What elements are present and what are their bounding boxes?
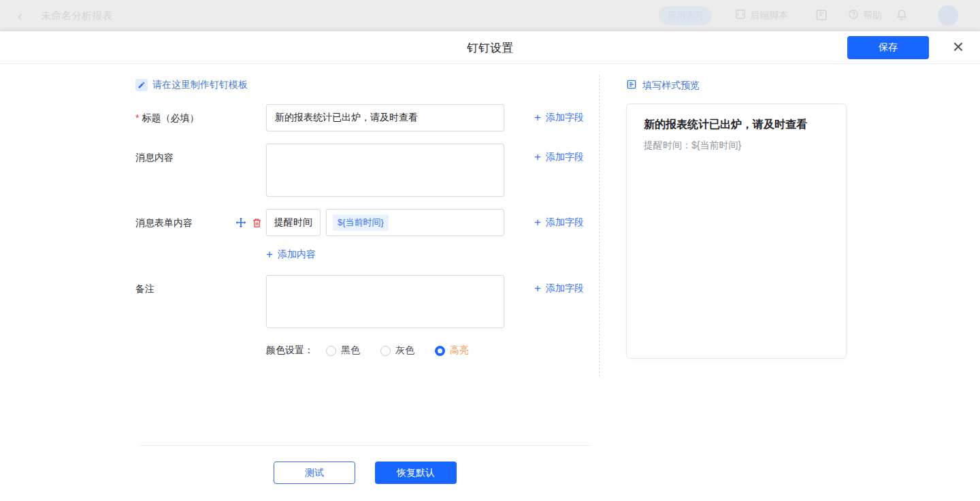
plus-icon: + (534, 283, 541, 294)
form-content-key-input[interactable] (266, 209, 321, 236)
add-field-label: 添加字段 (546, 216, 584, 229)
report-title: 未命名分析报表 (41, 10, 112, 22)
message-field-label: 消息内容 (135, 152, 174, 164)
radio-option-black[interactable]: 黑色 (326, 344, 360, 357)
radio-label: 高亮 (450, 344, 469, 357)
radio-icon (326, 346, 336, 356)
preview-header: 填写样式预览 (626, 79, 700, 92)
trash-icon[interactable] (252, 218, 262, 230)
radio-icon-selected (435, 346, 445, 356)
preview-card-title: 新的报表统计已出炉，请及时查看 (644, 118, 832, 132)
modal-title: 钉钉设置 (0, 40, 980, 56)
form-content-row-icons (235, 217, 262, 230)
help-button[interactable]: 帮助 (848, 9, 882, 22)
title-label-text: 标题（必填） (142, 112, 199, 123)
help-label: 帮助 (863, 10, 882, 22)
add-content-link[interactable]: + 添加内容 (266, 248, 316, 261)
radio-option-gray[interactable]: 灰色 (380, 344, 414, 357)
bell-icon[interactable] (896, 9, 908, 23)
add-field-label: 添加字段 (546, 112, 584, 124)
back-icon[interactable]: ‹ (18, 9, 22, 22)
document-icon (626, 79, 637, 92)
title-input[interactable] (266, 104, 504, 131)
plus-icon: + (534, 112, 541, 123)
pencil-icon (135, 79, 148, 91)
radio-icon (380, 346, 391, 356)
close-icon[interactable]: × (953, 35, 964, 59)
form-content-field-label: 消息表单内容 (135, 217, 193, 229)
preview-card-line: 提醒时间：${当前时间} (644, 140, 832, 152)
move-icon[interactable] (235, 217, 246, 230)
modal-body: 请在这里制作钉钉模板 *标题（必填） + 添加字段 消息内容 + 添加字段 消息… (0, 64, 980, 500)
modal-header: 钉钉设置 保存 × (0, 31, 980, 64)
topbar: ‹ 未命名分析报表 应用访问 后端脚本 帮助 (0, 0, 980, 31)
avatar[interactable] (938, 5, 958, 26)
restore-default-button[interactable]: 恢复默认 (375, 462, 457, 484)
form-content-value-input[interactable]: ${当前时间} (326, 209, 504, 236)
screen: ‹ 未命名分析报表 应用访问 后端脚本 帮助 (0, 0, 980, 501)
window-icon[interactable] (815, 9, 828, 23)
radio-label: 灰色 (395, 344, 414, 357)
variable-tag[interactable]: ${当前时间} (333, 214, 389, 231)
message-add-field-link[interactable]: + 添加字段 (534, 151, 584, 163)
color-setting-row: 颜色设置： 黑色 灰色 高亮 (266, 344, 489, 357)
plus-icon: + (534, 152, 541, 163)
title-add-field-link[interactable]: + 添加字段 (534, 112, 584, 124)
remark-textarea[interactable] (266, 275, 504, 328)
add-field-label: 添加字段 (546, 151, 584, 163)
message-textarea[interactable] (266, 144, 504, 197)
title-field-label: *标题（必填） (135, 112, 199, 125)
preview-card: 新的报表统计已出炉，请及时查看 提醒时间：${当前时间} (626, 103, 847, 359)
required-mark: * (135, 112, 139, 123)
dingtalk-settings-modal: 钉钉设置 保存 × 请在这里制作钉钉模板 *标题（必填） + 添加字段 消 (0, 31, 980, 501)
plus-icon: + (266, 249, 273, 260)
bottom-divider (140, 445, 591, 446)
radio-option-highlight[interactable]: 高亮 (435, 344, 469, 357)
preview-header-text: 填写样式预览 (642, 80, 700, 92)
template-hint-row: 请在这里制作钉钉模板 (135, 79, 248, 91)
template-hint-text: 请在这里制作钉钉模板 (152, 79, 248, 91)
remark-add-field-link[interactable]: + 添加字段 (534, 282, 584, 295)
question-icon (848, 9, 859, 22)
add-field-label: 添加字段 (546, 282, 584, 295)
radio-label: 黑色 (341, 344, 360, 357)
add-content-label: 添加内容 (278, 248, 316, 261)
app-access-button[interactable]: 应用访问 (659, 6, 712, 25)
backend-script-button[interactable]: 后端脚本 (735, 9, 788, 22)
backend-script-label: 后端脚本 (750, 10, 788, 22)
test-button[interactable]: 测试 (274, 462, 355, 484)
color-setting-label: 颜色设置： (266, 344, 314, 357)
plus-icon: + (534, 217, 541, 228)
remark-field-label: 备注 (135, 283, 154, 295)
column-divider (599, 75, 600, 376)
form-content-add-field-link[interactable]: + 添加字段 (534, 216, 584, 229)
code-window-icon (735, 9, 746, 22)
topbar-dimmed-content: ‹ 未命名分析报表 应用访问 后端脚本 帮助 (0, 0, 980, 31)
save-button[interactable]: 保存 (847, 36, 929, 59)
